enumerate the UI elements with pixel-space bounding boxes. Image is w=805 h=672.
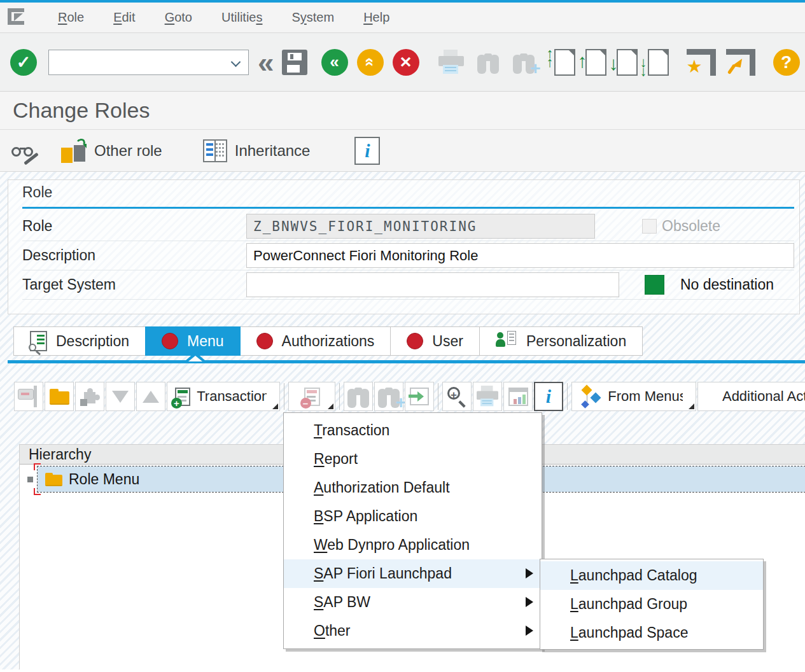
red-status-icon <box>256 333 273 349</box>
menu-goto[interactable]: Goto <box>150 6 207 29</box>
group-box-title: Role <box>22 184 52 201</box>
stop-button[interactable] <box>393 49 419 76</box>
menu-utilities[interactable]: Utilities <box>207 6 277 29</box>
inheritance-button[interactable]: Inheritance <box>235 142 311 160</box>
menu-item-launchpad-catalog[interactable]: Launchpad Catalog <box>540 561 763 590</box>
tree-node-label: Role Menu <box>69 471 139 488</box>
tab-label: User <box>432 333 463 350</box>
puzzle-icon <box>80 387 99 406</box>
menu-item-bsp-application[interactable]: BSP Application <box>284 502 542 531</box>
binoculars-plus-icon <box>376 384 402 409</box>
description-field-label: Description <box>22 247 246 264</box>
other-role-button[interactable]: Other role <box>94 142 162 160</box>
double-chevron-left-icon <box>330 52 339 72</box>
person-icon <box>496 331 517 351</box>
toolbar-separator <box>284 383 284 410</box>
exit-button[interactable] <box>321 49 348 76</box>
check-icon <box>17 52 31 73</box>
tab-menu[interactable]: Menu <box>145 326 241 356</box>
previous-page-button[interactable] <box>585 49 606 76</box>
submenu-arrow-icon <box>526 626 533 636</box>
menu-help[interactable]: Help <box>349 6 404 29</box>
display-change-button[interactable] <box>11 140 39 162</box>
menu-item-launchpad-group[interactable]: Launchpad Group <box>540 590 763 619</box>
node-information-button[interactable] <box>534 382 563 411</box>
create-shortcut-button[interactable] <box>726 49 755 76</box>
triangle-up-icon <box>143 391 159 403</box>
delete-node-menu-button <box>288 382 335 411</box>
translate-button <box>405 382 434 411</box>
triangle-down-icon <box>112 391 129 403</box>
menu-edit[interactable]: Edit <box>99 6 150 29</box>
hierarchy-header-label: Hierarchy <box>29 446 91 463</box>
toolbar-separator <box>339 383 340 410</box>
find-button <box>475 50 501 75</box>
menu-item-authorization-default[interactable]: Authorization Default <box>284 473 542 502</box>
additional-activities-button[interactable]: Additional Activi <box>697 382 805 411</box>
red-status-icon <box>407 333 423 349</box>
role-field-label: Role <box>22 218 246 235</box>
first-page-button[interactable] <box>554 49 575 76</box>
role-group-box: Role Role Obsolete Description Target Sy… <box>8 179 800 314</box>
target-system-row: Target System No destination <box>22 270 794 300</box>
tab-authorizations[interactable]: Authorizations <box>240 326 391 356</box>
command-field[interactable] <box>48 50 249 75</box>
inheritance-icon[interactable] <box>203 139 227 162</box>
menu-item-web-dynpro-application[interactable]: Web Dynpro Application <box>284 531 542 559</box>
menu-role[interactable]: Role <box>43 6 99 29</box>
magnifier-plus-icon <box>447 386 467 407</box>
additional-activities-label: Additional Activi <box>722 388 805 405</box>
folder-icon <box>50 389 69 405</box>
add-transaction-menu-button[interactable]: Transaction <box>167 382 280 411</box>
tab-label: Description <box>56 333 129 350</box>
menu-item-launchpad-space[interactable]: Launchpad Space <box>540 619 763 647</box>
tab-label: Authorizations <box>282 333 375 350</box>
last-page-button[interactable] <box>648 49 669 76</box>
role-row: Role Obsolete <box>22 212 794 241</box>
toolbar-separator <box>438 383 438 410</box>
menu-corner-indicator <box>689 403 694 409</box>
menu-item-sap-bw[interactable]: SAP BW <box>284 588 542 617</box>
detail-view-button[interactable] <box>442 382 472 411</box>
information-button[interactable] <box>354 137 380 165</box>
tab-user[interactable]: User <box>390 326 480 356</box>
help-button[interactable] <box>773 49 800 76</box>
save-button[interactable] <box>282 50 307 75</box>
description-row: Description <box>22 241 794 270</box>
x-icon <box>400 53 412 71</box>
tab-label: Personalization <box>526 333 626 350</box>
command-input[interactable] <box>49 50 227 73</box>
tab-label: Menu <box>187 333 224 350</box>
create-folder-button[interactable] <box>45 382 74 411</box>
submenu-arrow-icon <box>526 597 533 607</box>
question-mark-icon <box>781 52 792 73</box>
chevron-down-icon[interactable] <box>231 57 241 67</box>
other-role-icon[interactable] <box>61 139 87 163</box>
tab-personalization[interactable]: Personalization <box>479 326 643 356</box>
folder-icon <box>45 473 62 486</box>
menu-corner-indicator <box>328 403 333 409</box>
menu-item-sap-fiori-launchpad[interactable]: SAP Fiori Launchpad <box>284 559 542 588</box>
new-session-button[interactable] <box>687 49 716 76</box>
tree-bullet-icon[interactable] <box>27 477 33 482</box>
target-system-field[interactable] <box>246 272 619 297</box>
cancel-button[interactable] <box>357 49 384 76</box>
obsolete-checkbox[interactable] <box>642 219 657 234</box>
application-toolbar: Other role Inheritance <box>0 130 805 172</box>
role-field[interactable] <box>246 214 595 239</box>
back-button[interactable] <box>258 49 274 76</box>
description-field[interactable] <box>246 243 794 268</box>
page-title: Change Roles <box>13 98 150 123</box>
print-tree-button <box>473 382 502 411</box>
menu-system[interactable]: System <box>277 6 349 29</box>
find-next-node-button <box>374 382 403 411</box>
from-menus-button[interactable]: From Menus <box>571 382 696 411</box>
menu-item-report[interactable]: Report <box>284 445 542 473</box>
printer-icon <box>475 386 499 407</box>
next-page-button[interactable] <box>617 49 638 76</box>
enter-button[interactable] <box>10 49 37 76</box>
menu-item-transaction[interactable]: Transaction <box>284 416 542 445</box>
system-menu-icon[interactable] <box>8 8 29 27</box>
menu-item-other[interactable]: Other <box>284 617 542 645</box>
tab-description[interactable]: Description <box>13 326 146 356</box>
